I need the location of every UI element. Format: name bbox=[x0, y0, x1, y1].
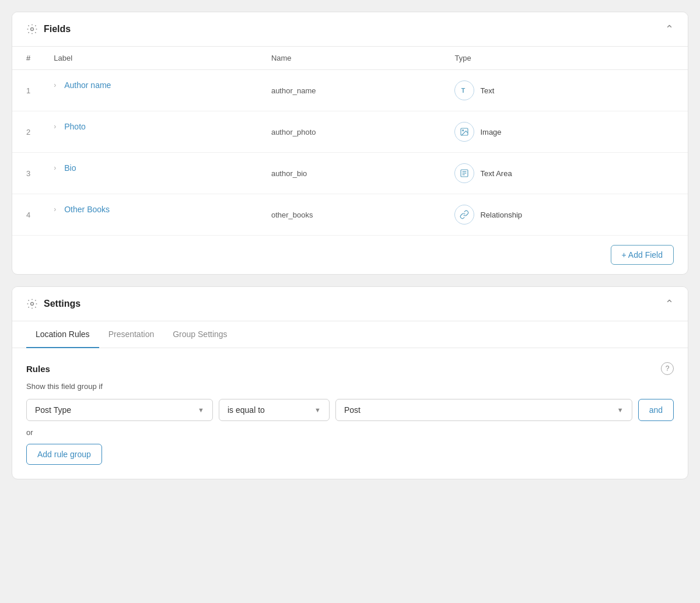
row-number: 2 bbox=[12, 111, 42, 153]
fields-panel-title: Fields bbox=[44, 24, 71, 34]
settings-panel: Settings ⌃ Location Rules Presentation G… bbox=[12, 286, 688, 479]
field-type: Text Area bbox=[443, 153, 688, 194]
field-label[interactable]: Other Books bbox=[64, 205, 110, 214]
svg-point-3 bbox=[463, 130, 464, 131]
settings-tabs: Location Rules Presentation Group Settin… bbox=[12, 321, 688, 348]
fields-table: # Label Name Type 1›Author nameauthor_na… bbox=[12, 47, 688, 235]
field-label[interactable]: Bio bbox=[64, 163, 76, 173]
col-hash: # bbox=[12, 47, 42, 70]
table-row: 2›Photoauthor_photoImage bbox=[12, 111, 688, 153]
row-number: 4 bbox=[12, 194, 42, 236]
field-label[interactable]: Photo bbox=[64, 122, 86, 131]
type-icon: T bbox=[454, 80, 474, 100]
row-number: 1 bbox=[12, 70, 42, 111]
type-icon bbox=[454, 205, 474, 225]
field-name: author_name bbox=[260, 70, 443, 111]
field-type: Relationship bbox=[443, 194, 688, 236]
or-label: or bbox=[26, 428, 674, 437]
settings-panel-title: Settings bbox=[44, 299, 80, 309]
settings-panel-collapse-icon[interactable]: ⌃ bbox=[665, 297, 674, 310]
row-expand-icon[interactable]: › bbox=[54, 122, 56, 131]
operator-caret: ▼ bbox=[314, 406, 321, 413]
operator-select[interactable]: is equal to ▼ bbox=[219, 399, 330, 421]
field-name: author_bio bbox=[260, 153, 443, 194]
tab-location-rules[interactable]: Location Rules bbox=[26, 321, 99, 348]
table-row: 3›Bioauthor_bioText Area bbox=[12, 153, 688, 194]
type-label: Image bbox=[480, 128, 501, 136]
fields-panel: Fields ⌃ # Label Name Type 1›Author name… bbox=[12, 12, 688, 275]
and-button[interactable]: and bbox=[638, 399, 674, 421]
rules-header: Rules ? bbox=[26, 362, 674, 375]
fields-icon bbox=[26, 23, 38, 35]
table-row: 4›Other Booksother_booksRelationship bbox=[12, 194, 688, 236]
settings-panel-title-group: Settings bbox=[26, 298, 80, 310]
type-label: Text Area bbox=[480, 169, 512, 178]
field-type: TText bbox=[443, 70, 688, 111]
value-select[interactable]: Post ▼ bbox=[335, 399, 632, 421]
field-name: other_books bbox=[260, 194, 443, 236]
row-expand-icon[interactable]: › bbox=[54, 81, 56, 89]
row-expand-icon[interactable]: › bbox=[54, 164, 56, 172]
show-if-label: Show this field group if bbox=[26, 382, 674, 391]
type-label: Text bbox=[480, 86, 494, 95]
fields-panel-title-group: Fields bbox=[26, 23, 71, 35]
value-caret: ▼ bbox=[617, 406, 624, 413]
svg-text:T: T bbox=[461, 87, 466, 94]
post-type-value: Post Type bbox=[35, 405, 71, 415]
tab-group-settings[interactable]: Group Settings bbox=[163, 321, 236, 348]
row-number: 3 bbox=[12, 153, 42, 194]
fields-panel-collapse-icon[interactable]: ⌃ bbox=[665, 23, 674, 36]
rule-row: Post Type ▼ is equal to ▼ Post ▼ and bbox=[26, 399, 674, 421]
col-label: Label bbox=[42, 47, 260, 70]
rules-title: Rules bbox=[26, 364, 50, 374]
field-type: Image bbox=[443, 111, 688, 153]
tab-presentation[interactable]: Presentation bbox=[99, 321, 164, 348]
col-name: Name bbox=[260, 47, 443, 70]
settings-icon bbox=[26, 298, 38, 310]
settings-content: Rules ? Show this field group if Post Ty… bbox=[12, 348, 688, 479]
type-icon bbox=[454, 163, 474, 183]
value-value: Post bbox=[344, 405, 360, 415]
help-icon[interactable]: ? bbox=[661, 362, 674, 375]
svg-point-0 bbox=[31, 28, 34, 31]
table-row: 1›Author nameauthor_nameTText bbox=[12, 70, 688, 111]
add-field-button[interactable]: + Add Field bbox=[611, 245, 674, 265]
post-type-caret: ▼ bbox=[198, 406, 204, 413]
add-rule-group-button[interactable]: Add rule group bbox=[26, 444, 102, 465]
row-expand-icon[interactable]: › bbox=[54, 205, 56, 213]
field-name: author_photo bbox=[260, 111, 443, 153]
field-label[interactable]: Author name bbox=[64, 80, 111, 90]
operator-value: is equal to bbox=[228, 405, 265, 415]
col-type: Type bbox=[443, 47, 688, 70]
fields-panel-header: Fields ⌃ bbox=[12, 12, 688, 47]
type-label: Relationship bbox=[480, 211, 522, 219]
add-field-row: + Add Field bbox=[12, 235, 688, 274]
settings-panel-header: Settings ⌃ bbox=[12, 287, 688, 321]
post-type-select[interactable]: Post Type ▼ bbox=[26, 399, 213, 421]
svg-point-8 bbox=[31, 303, 34, 306]
type-icon bbox=[454, 122, 474, 142]
